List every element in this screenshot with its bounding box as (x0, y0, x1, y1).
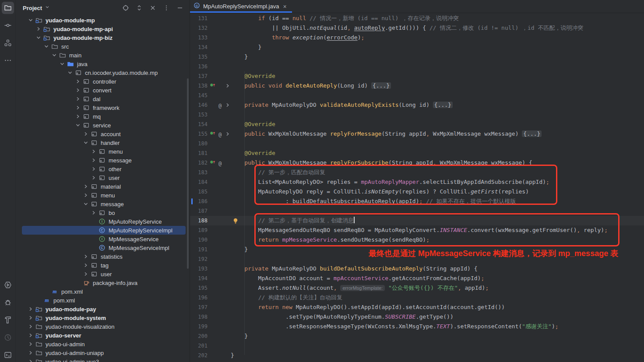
tree-item-service[interactable]: service (16, 121, 190, 130)
chevron-right-icon[interactable] (27, 349, 34, 356)
build-tool-icon[interactable] (2, 314, 14, 326)
chevron-right-icon[interactable] (82, 130, 89, 137)
chevron-right-icon[interactable] (82, 253, 89, 260)
chevron-right-icon[interactable] (90, 165, 97, 172)
chevron-right-icon[interactable] (27, 306, 34, 313)
run-tool-icon[interactable] (2, 279, 14, 291)
chevron-right-icon[interactable] (35, 25, 42, 32)
chevron-right-icon[interactable] (27, 314, 34, 321)
tree-item-account[interactable]: account (16, 130, 190, 138)
tree-item-yudao-module-mp-api[interactable]: yudao-module-mp-api (16, 25, 190, 33)
chevron-right-icon[interactable] (74, 95, 81, 102)
module-folder-icon (35, 306, 42, 313)
tree-item-yudao-module-pay[interactable]: yudao-module-pay (16, 305, 190, 313)
chevron-down-icon[interactable] (44, 4, 50, 12)
chevron-down-icon[interactable] (43, 43, 50, 50)
panel-title[interactable]: Project (23, 5, 42, 11)
debug-tool-icon[interactable] (2, 296, 14, 309)
tree-item-yudao-ui-admin-uniapp[interactable]: yudao-ui-admin-uniapp (16, 348, 190, 357)
tree-item-other[interactable]: other (16, 165, 190, 173)
chevron-right-icon[interactable] (82, 192, 89, 199)
tree-item-src[interactable]: src (16, 42, 190, 51)
chevron-right-icon[interactable] (27, 332, 34, 339)
tree-item-bo[interactable]: bo (16, 208, 190, 217)
tree-item-handler[interactable]: handler (16, 138, 190, 147)
hide-panel-icon[interactable] (176, 4, 183, 11)
chevron-right-icon[interactable] (90, 157, 97, 164)
tree-item-message[interactable]: message (16, 200, 190, 208)
tree-item-mpmessageservice[interactable]: IMpMessageService (16, 235, 190, 243)
project-tool-icon[interactable] (2, 2, 14, 14)
chevron-right-icon[interactable] (82, 262, 89, 269)
tree-item-controller[interactable]: controller (16, 77, 190, 86)
more-tools-icon[interactable] (2, 54, 14, 67)
tree-item-yudao-module-visualization[interactable]: yudao-module-visualization (16, 322, 190, 331)
line-number: 146 (190, 100, 208, 110)
chevron-down-icon[interactable] (82, 200, 89, 207)
tree-item-dal[interactable]: dal (16, 95, 190, 103)
profiler-tool-icon[interactable] (2, 331, 14, 344)
chevron-down-icon[interactable] (51, 52, 58, 59)
tree-item-package-info-java[interactable]: package-info.java (16, 278, 190, 287)
chevron-down-icon[interactable] (74, 122, 81, 129)
tree-scrollbar[interactable] (187, 78, 189, 269)
tree-item-yudao-ui-admin-vue3[interactable]: yudao-ui-admin-vue3 (16, 357, 190, 362)
chevron-right-icon[interactable] (74, 104, 81, 111)
chevron-right-icon[interactable] (74, 78, 81, 85)
tab-mpautoreplyserviceimpl[interactable]: C MpAutoReplyServiceImpl.java × (190, 0, 292, 13)
chevron-right-icon[interactable] (27, 341, 34, 348)
locate-icon[interactable] (122, 4, 129, 11)
code-area[interactable]: 131 if (id == null // 情况一，新增 (id == null… (190, 14, 644, 362)
annotated-method-icon[interactable]: @ (218, 130, 222, 140)
line-number: 186 (190, 197, 208, 206)
chevron-right-icon[interactable] (82, 271, 89, 278)
tree-item-tag[interactable]: tag (16, 261, 190, 270)
tree-item-framework[interactable]: framework (16, 103, 190, 112)
tree-item-menu[interactable]: menu (16, 147, 190, 156)
tree-item-mpautoreplyserviceimpl[interactable]: CMpAutoReplyServiceImpl (16, 226, 190, 235)
tree-item-cn-iocoder-yudao-module-mp[interactable]: cn.iocoder.yudao.module.mp (16, 68, 190, 77)
tree-item-mpmessageserviceimpl[interactable]: CMpMessageServiceImpl (16, 243, 190, 252)
commit-tool-icon[interactable] (2, 19, 14, 32)
structure-tool-icon[interactable] (2, 37, 14, 49)
chevron-down-icon[interactable] (82, 139, 89, 146)
tree-item-main[interactable]: main (16, 51, 190, 60)
annotated-method-icon[interactable]: @ (218, 101, 222, 111)
tree-item-user[interactable]: user (16, 270, 190, 278)
chevron-right-icon[interactable] (27, 358, 34, 362)
tree-item-yudao-ui-admin[interactable]: yudao-ui-admin (16, 340, 190, 348)
tree-item-pom-xml[interactable]: mpom.xml (16, 296, 190, 305)
options-icon[interactable] (163, 4, 170, 11)
tree-item-yudao-module-mp-biz[interactable]: yudao-module-mp-biz (16, 33, 190, 42)
tree-item-yudao-module-system[interactable]: yudao-module-system (16, 313, 190, 322)
tree-item-user[interactable]: user (16, 173, 190, 182)
chevron-right-icon[interactable] (90, 174, 97, 181)
tree-item-pom-xml[interactable]: mpom.xml (16, 287, 190, 296)
annotated-method-icon[interactable]: @ (218, 159, 222, 169)
tree-item-yudao-module-mp[interactable]: yudao-module-mp (16, 16, 190, 25)
intention-bulb-icon[interactable] (232, 218, 239, 227)
tree-item-convert[interactable]: convert (16, 86, 190, 95)
tree-item-statistics[interactable]: statistics (16, 252, 190, 261)
chevron-right-icon[interactable] (27, 323, 34, 330)
chevron-right-icon[interactable] (82, 183, 89, 190)
tree-item-menu[interactable]: menu (16, 191, 190, 200)
tree-item-material[interactable]: material (16, 182, 190, 191)
tree-item-mpautoreplyservice[interactable]: IMpAutoReplyService (16, 217, 190, 226)
tree-item-java[interactable]: java (16, 60, 190, 68)
close-icon[interactable]: × (282, 4, 287, 10)
chevron-down-icon[interactable] (35, 34, 42, 41)
chevron-down-icon[interactable] (59, 60, 66, 67)
terminal-tool-icon[interactable] (2, 349, 14, 361)
chevron-right-icon[interactable] (74, 87, 81, 94)
chevron-right-icon[interactable] (90, 209, 97, 216)
chevron-down-icon[interactable] (67, 69, 74, 76)
expand-collapse-icon[interactable] (136, 4, 143, 11)
chevron-right-icon[interactable] (90, 148, 97, 155)
collapse-all-icon[interactable] (149, 4, 156, 11)
chevron-down-icon[interactable] (27, 17, 34, 24)
tree-item-message[interactable]: message (16, 156, 190, 165)
tree-item-yudao-server[interactable]: yudao-server (16, 331, 190, 340)
tree-item-mq[interactable]: mq (16, 112, 190, 121)
chevron-right-icon[interactable] (74, 113, 81, 120)
